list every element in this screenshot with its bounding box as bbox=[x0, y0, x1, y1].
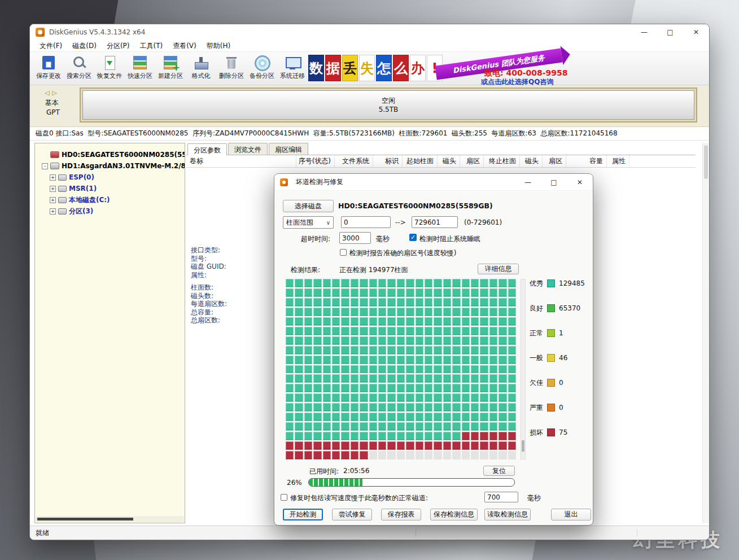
sector-cell bbox=[443, 432, 451, 440]
expand-icon[interactable]: + bbox=[50, 186, 56, 192]
tree-item-partition3[interactable]: +分区(3) bbox=[35, 205, 185, 217]
repair-slow-checkbox[interactable] bbox=[281, 494, 287, 501]
legend-color-swatch bbox=[547, 329, 555, 337]
sector-cell bbox=[489, 346, 497, 355]
expand-icon[interactable]: + bbox=[50, 208, 56, 215]
sector-cell bbox=[471, 441, 479, 450]
sector-cell bbox=[332, 288, 340, 297]
new-partition-button[interactable]: 新建分区 bbox=[155, 53, 186, 80]
accurate-report-checkbox[interactable] bbox=[340, 249, 347, 256]
quick-partition-button[interactable]: 快速分区 bbox=[125, 53, 155, 80]
cylinder-start-input[interactable] bbox=[341, 216, 391, 228]
sector-cell bbox=[369, 403, 377, 412]
tree-item-c-drive[interactable]: +本地磁盘(C:) bbox=[35, 194, 185, 205]
save-report-button[interactable]: 保存报表 bbox=[381, 509, 421, 520]
tab-partition-params[interactable]: 分区参数 bbox=[187, 143, 227, 155]
collapse-icon[interactable]: - bbox=[42, 163, 48, 169]
sector-cell bbox=[313, 356, 321, 364]
tree-item-hd0[interactable]: HD0:SEAGATEST6000NM0285(5589GB bbox=[35, 149, 185, 160]
grid-scrollbar[interactable] bbox=[521, 279, 526, 460]
nav-right-icon[interactable]: ▷ bbox=[52, 89, 59, 97]
window-titlebar[interactable]: DiskGenius V5.4.3.1342 x64 —□✕ bbox=[30, 24, 709, 40]
timeout-input[interactable] bbox=[339, 232, 371, 244]
menu-tools[interactable]: 工具(T) bbox=[134, 40, 168, 52]
legend-label: 欠佳 bbox=[530, 378, 543, 388]
prevent-sleep-checkbox[interactable] bbox=[409, 234, 417, 241]
delete-partition-button[interactable]: 删除分区 bbox=[216, 53, 247, 80]
sector-cell bbox=[332, 308, 340, 316]
tree-item-esp[interactable]: +ESP(0) bbox=[35, 172, 185, 183]
detail-info-button[interactable]: 详细信息 bbox=[478, 264, 519, 274]
menu-help[interactable]: 帮助(H) bbox=[202, 40, 235, 52]
start-detect-button[interactable]: 开始检测 bbox=[283, 509, 323, 520]
free-space-block[interactable]: 空闲 5.5TB bbox=[82, 90, 694, 120]
system-migrate-button[interactable]: 系统迁移 bbox=[277, 53, 308, 80]
recover-files-button[interactable]: 恢复文件 bbox=[94, 53, 125, 80]
exit-button[interactable]: 退出 bbox=[551, 509, 591, 520]
desktop: 幻尘科技 DiskGenius V5.4.3.1342 x64 —□✕ 文件(F… bbox=[0, 0, 739, 560]
tree-item-msr[interactable]: +MSR(1) bbox=[35, 183, 185, 194]
sector-cell bbox=[406, 336, 414, 345]
status-separator bbox=[637, 529, 637, 537]
vertical-scrollbar[interactable] bbox=[702, 143, 709, 523]
sector-cell bbox=[369, 413, 377, 421]
save-detect-info-button[interactable]: 保存检测信息 bbox=[430, 509, 478, 520]
close-button[interactable]: ✕ bbox=[683, 24, 709, 40]
menu-partition[interactable]: 分区(P) bbox=[102, 40, 135, 52]
try-repair-button[interactable]: 尝试修复 bbox=[332, 509, 372, 520]
format-button[interactable]: 格式化 bbox=[186, 53, 216, 80]
maximize-button[interactable]: □ bbox=[657, 24, 683, 40]
promo-banner[interactable]: 数据丢失怎么办! DiskGenius 团队为您服务 致电: 400-008-9… bbox=[308, 52, 593, 85]
legend: 优秀129485良好65370正常1一般46欠佳0严重0损坏75 bbox=[530, 279, 585, 453]
dialog-minimize-button[interactable]: — bbox=[515, 174, 541, 190]
repair-threshold-input[interactable] bbox=[484, 492, 518, 502]
sector-cell bbox=[323, 346, 331, 355]
expand-icon[interactable]: + bbox=[50, 197, 56, 203]
scrollbar-thumb[interactable] bbox=[37, 518, 133, 520]
backup-partition-button[interactable]: 备份分区 bbox=[247, 53, 277, 80]
tab-sector-edit[interactable]: 扇区编辑 bbox=[269, 143, 308, 155]
sector-cell bbox=[387, 384, 395, 392]
nav-left-icon[interactable]: ◁ bbox=[45, 89, 52, 97]
sector-cell bbox=[351, 288, 358, 297]
range-type-dropdown[interactable]: 柱面范围 ∨ bbox=[283, 216, 334, 229]
sector-cell bbox=[471, 308, 479, 316]
load-detect-info-button[interactable]: 读取检测信息 bbox=[484, 509, 531, 520]
reset-button[interactable]: 复位 bbox=[483, 466, 515, 476]
dialog-close-button[interactable]: ✕ bbox=[567, 174, 593, 190]
sector-cell bbox=[425, 422, 432, 431]
menu-disk[interactable]: 磁盘(D) bbox=[67, 40, 102, 52]
diskgenius-app-icon bbox=[36, 28, 45, 37]
sector-cell bbox=[416, 346, 423, 355]
sector-cell bbox=[304, 308, 312, 316]
sector-cell bbox=[452, 298, 460, 307]
sector-cell bbox=[332, 317, 340, 326]
partition-nav-arrows[interactable]: ◁▷ bbox=[45, 89, 60, 97]
dialog-titlebar[interactable]: 坏道检测与修复 —□✕ bbox=[274, 174, 593, 191]
sector-cell bbox=[480, 422, 488, 431]
sector-cell bbox=[462, 413, 470, 421]
minimize-button[interactable]: — bbox=[631, 24, 657, 40]
sector-cell bbox=[387, 298, 395, 307]
sector-cell bbox=[351, 327, 358, 335]
cylinder-end-input[interactable] bbox=[412, 216, 458, 228]
dialog-maximize-button[interactable]: □ bbox=[541, 174, 567, 190]
toolbar-button-label: 保存更改 bbox=[33, 72, 64, 80]
sector-cell bbox=[489, 451, 497, 460]
sector-cell bbox=[508, 308, 516, 316]
scrollbar-thumb[interactable] bbox=[522, 440, 524, 452]
scrollbar-thumb[interactable] bbox=[704, 145, 708, 179]
menu-file[interactable]: 文件(F) bbox=[34, 40, 67, 52]
menu-view[interactable]: 查看(V) bbox=[168, 40, 202, 52]
tab-browse-files[interactable]: 浏览文件 bbox=[228, 143, 268, 155]
sector-cell bbox=[313, 432, 321, 440]
save-changes-button[interactable]: 保存更改 bbox=[33, 53, 64, 80]
select-disk-button[interactable]: 选择磁盘 bbox=[283, 200, 334, 212]
search-partition-button[interactable]: 搜索分区 bbox=[64, 53, 94, 80]
legend-label: 良好 bbox=[530, 304, 543, 313]
tree-item-hd1[interactable]: -HD1:AsgardAN3.01TNVMe-M.2/80(9 bbox=[35, 160, 185, 172]
expand-icon[interactable]: + bbox=[50, 174, 56, 181]
sector-cell bbox=[416, 279, 423, 287]
tree-horizontal-scrollbar[interactable] bbox=[36, 516, 184, 522]
detail-label: 总容量: bbox=[191, 308, 227, 317]
